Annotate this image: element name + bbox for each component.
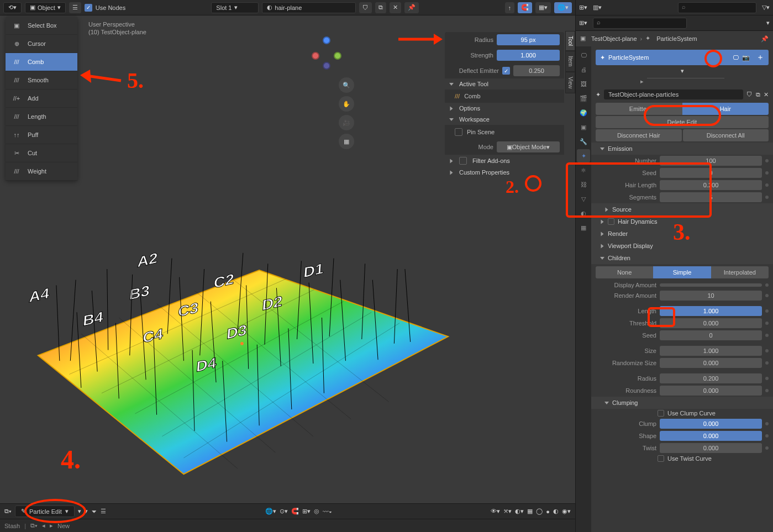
shading2-icon[interactable]: ●: [546, 508, 550, 515]
tool-comb[interactable]: ///Comb: [6, 53, 77, 71]
threshold-field[interactable]: 0.000: [660, 318, 762, 328]
add-slot-button[interactable]: ＋: [756, 52, 764, 62]
stash-button[interactable]: Stash: [4, 523, 20, 529]
gizmo-toggle-icon[interactable]: ⤧▾: [503, 508, 512, 515]
hamburger-icon[interactable]: ☰: [101, 508, 106, 515]
select-menu-icon[interactable]: ▾: [85, 508, 88, 515]
type-hair[interactable]: Hair: [682, 103, 769, 115]
copy-settings-icon[interactable]: ⧉: [756, 91, 760, 98]
navigation-gizmo[interactable]: [310, 36, 343, 70]
new-action-button[interactable]: New: [57, 523, 70, 529]
children-interpolated[interactable]: Interpolated: [711, 266, 769, 278]
axis-z-icon[interactable]: [323, 36, 330, 44]
settings-datablock-icon[interactable]: ✦: [596, 91, 601, 98]
active-tool-header[interactable]: Active Tool: [445, 78, 564, 89]
tab-object-icon[interactable]: ▣: [577, 120, 590, 134]
pin-icon[interactable]: 📌: [404, 2, 419, 13]
nav-right-icon[interactable]: ▸: [50, 522, 53, 529]
tool-cut[interactable]: ✂Cut: [6, 144, 77, 162]
tab-item[interactable]: Item: [565, 51, 575, 71]
segments-field[interactable]: 5: [660, 192, 762, 202]
axis-x-icon[interactable]: [312, 52, 319, 60]
options-caret-icon[interactable]: ▾: [766, 19, 770, 27]
close-icon[interactable]: ✕: [390, 2, 401, 13]
tab-view[interactable]: View: [565, 72, 575, 94]
axis-y-icon[interactable]: [334, 52, 341, 60]
children-radius-field[interactable]: 0.200: [660, 373, 762, 383]
use-clump-curve-checkbox[interactable]: [658, 410, 664, 417]
tool-smooth[interactable]: ///Smooth: [6, 71, 77, 89]
dropdown-specials-icon[interactable]: ▾: [591, 66, 773, 76]
display-toggle-icon[interactable]: 🖵: [733, 54, 739, 61]
type-emitter[interactable]: Emitter: [596, 103, 682, 115]
snap-icon[interactable]: 🧲: [518, 2, 532, 13]
tab-render-icon[interactable]: 🖵: [577, 49, 590, 62]
deflect-value[interactable]: 0.250: [513, 65, 560, 76]
use-nodes-checkbox[interactable]: ✓: [85, 4, 92, 12]
tool-add[interactable]: //+Add: [6, 89, 77, 108]
tab-constraints-icon[interactable]: ⛓: [577, 178, 590, 191]
slot-dropdown[interactable]: Slot 1 ▾: [211, 2, 259, 13]
grid-icon[interactable]: ▦▾: [535, 2, 551, 13]
randomize-size-field[interactable]: 0.000: [660, 358, 762, 368]
copy-icon[interactable]: ⧉: [375, 2, 386, 13]
tool-length[interactable]: ///Length: [6, 108, 77, 126]
delete-edit-button[interactable]: Delete Edit: [596, 116, 769, 128]
tab-tool[interactable]: Tool: [565, 31, 575, 51]
tab-particles-icon[interactable]: ✦: [577, 149, 590, 162]
outliner-search[interactable]: [678, 2, 756, 13]
curve-icon[interactable]: 〰▾: [323, 508, 332, 515]
render-header[interactable]: Render: [591, 228, 773, 240]
properties-search[interactable]: [593, 18, 687, 29]
tab-world-icon[interactable]: 🌍: [577, 106, 590, 119]
collections-icon[interactable]: ▥▾: [593, 4, 602, 11]
tool-puff[interactable]: ↑↑Puff: [6, 126, 77, 144]
axis-neg-z-icon[interactable]: [323, 62, 330, 70]
view-menu-icon[interactable]: ▾: [78, 508, 81, 515]
twist-field[interactable]: 0.000: [660, 443, 762, 453]
list-bottom-arrow-icon[interactable]: ▸: [591, 78, 773, 85]
particle-type-toggle[interactable]: Emitter Hair: [596, 103, 769, 115]
roundness-field[interactable]: 0.000: [660, 386, 762, 396]
size-field[interactable]: 1.000: [660, 346, 762, 356]
shield-icon[interactable]: ⛉: [359, 2, 372, 13]
unlink-icon[interactable]: ✕: [764, 91, 769, 98]
children-none[interactable]: None: [596, 266, 653, 278]
filter-icon[interactable]: ⏷: [91, 508, 97, 515]
render-amount-field[interactable]: 10: [660, 291, 762, 301]
seed-field[interactable]: 0: [660, 168, 762, 178]
shield-icon[interactable]: ⛉: [746, 91, 753, 98]
clump-field[interactable]: 0.000: [660, 419, 762, 429]
snap2-icon[interactable]: 🧲: [291, 508, 299, 515]
disconnect-all-button[interactable]: Disconnect All: [683, 129, 769, 141]
material-field[interactable]: ◐ hair-plane: [262, 2, 356, 13]
nav-left-icon[interactable]: ◂: [42, 522, 45, 529]
viewport-3d[interactable]: User Perspective (10) TestObject-plane 🔍…: [0, 15, 575, 503]
properties-type-icon[interactable]: ⊞▾: [579, 19, 587, 27]
shape-field[interactable]: 0.000: [660, 431, 762, 441]
filter-addons-header[interactable]: Filter Add-ons: [445, 155, 564, 167]
editor-type-icon[interactable]: ⧉▾: [4, 508, 12, 515]
number-field[interactable]: 100: [660, 156, 762, 166]
tab-texture-icon[interactable]: ▦: [577, 221, 590, 234]
tab-viewlayer-icon[interactable]: 🖼: [577, 77, 590, 91]
custom-props-header[interactable]: Custom Properties: [445, 167, 564, 178]
radius-value[interactable]: 95 px: [497, 34, 560, 45]
tab-scene-icon[interactable]: 🎬: [577, 92, 590, 105]
tab-data-icon[interactable]: ▽: [577, 192, 590, 206]
shading1-icon[interactable]: ◯: [536, 508, 543, 515]
hamburger-icon[interactable]: ☰: [69, 2, 81, 13]
workspace-header[interactable]: Workspace: [445, 114, 564, 125]
tab-physics-icon[interactable]: ⚛: [577, 164, 590, 177]
orientation-icon[interactable]: 🌐▾: [265, 508, 276, 515]
object-dropdown[interactable]: ▣ Object ▾: [25, 2, 66, 13]
display-amount-field[interactable]: [660, 283, 762, 287]
globe-icon[interactable]: 🌐▾: [554, 2, 572, 13]
snap-options-icon[interactable]: ⊞▾: [302, 508, 311, 515]
hair-length-field[interactable]: 0.200: [660, 180, 762, 190]
overlay2-icon[interactable]: ◐▾: [515, 508, 524, 515]
children-header[interactable]: Children: [591, 252, 773, 264]
proportional-icon[interactable]: ◎: [314, 508, 319, 515]
shading3-icon[interactable]: ◐: [553, 508, 559, 515]
children-simple[interactable]: Simple: [653, 266, 711, 278]
